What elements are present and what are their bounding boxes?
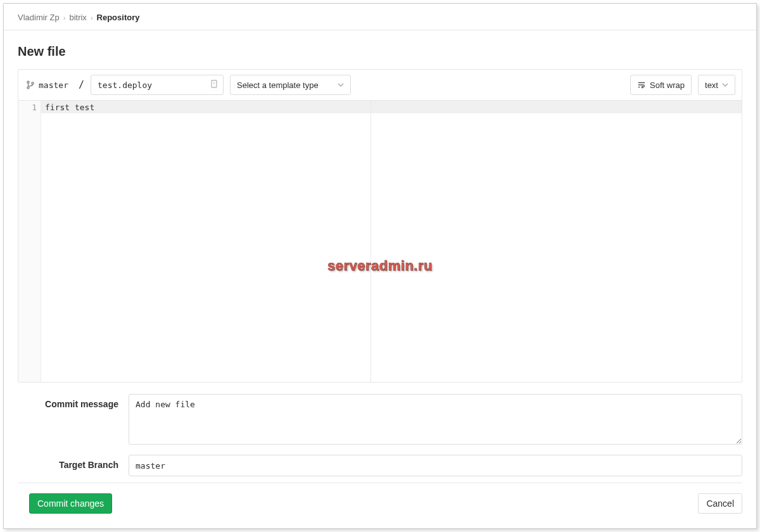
syntax-select[interactable]: text	[698, 75, 735, 95]
chevron-down-icon	[722, 80, 728, 90]
svg-point-2	[32, 82, 34, 84]
branch-selector[interactable]: master	[25, 78, 72, 92]
filename-input[interactable]	[91, 75, 224, 95]
template-select-label: Select a template type	[237, 80, 319, 90]
target-branch-label: Target Branch	[18, 455, 129, 476]
window-frame: Vladimir Zp › bitrix › Repository New fi…	[3, 3, 757, 529]
editor-panel: master / Select a template type	[18, 69, 742, 383]
page-title: New file	[4, 44, 756, 59]
filename-wrap	[91, 75, 224, 95]
syntax-label: text	[705, 80, 718, 90]
commit-message-label: Commit message	[18, 394, 129, 445]
code-line[interactable]: first test	[41, 101, 742, 113]
code-area[interactable]: first test	[41, 101, 742, 382]
breadcrumb-current: Repository	[97, 13, 140, 22]
cancel-button[interactable]: Cancel	[698, 493, 742, 514]
wrap-icon	[637, 80, 646, 89]
chevron-right-icon: ›	[63, 14, 66, 22]
column-guide	[370, 101, 371, 382]
code-editor[interactable]: 1 first test	[18, 101, 742, 382]
breadcrumb-owner[interactable]: Vladimir Zp	[18, 13, 60, 22]
svg-point-0	[27, 81, 29, 83]
commit-message-textarea[interactable]: Add new file	[129, 394, 742, 445]
form-actions: Commit changes Cancel	[4, 483, 756, 514]
line-number: 1	[18, 102, 37, 113]
breadcrumb: Vladimir Zp › bitrix › Repository	[4, 4, 756, 30]
branch-name: master	[39, 80, 68, 90]
template-select[interactable]: Select a template type	[230, 75, 351, 95]
line-gutter: 1	[18, 101, 41, 382]
editor-toolbar: master / Select a template type	[18, 70, 742, 101]
commit-form: Commit message Add new file Target Branc…	[18, 394, 742, 476]
svg-point-1	[27, 87, 29, 89]
file-suggestion-icon[interactable]	[210, 80, 218, 91]
branch-icon	[26, 80, 35, 89]
soft-wrap-button[interactable]: Soft wrap	[630, 75, 692, 95]
breadcrumb-project[interactable]: bitrix	[69, 13, 86, 22]
commit-changes-button[interactable]: Commit changes	[29, 493, 112, 514]
soft-wrap-label: Soft wrap	[650, 80, 685, 90]
target-branch-input[interactable]	[129, 455, 742, 476]
chevron-right-icon: ›	[91, 14, 93, 22]
path-separator: /	[79, 79, 84, 91]
chevron-down-icon	[338, 80, 344, 90]
